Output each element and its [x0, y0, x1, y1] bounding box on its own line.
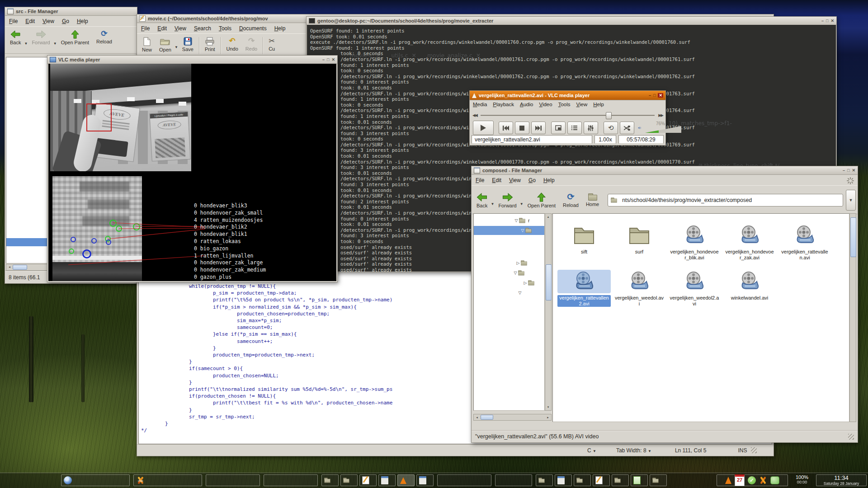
- tree-item[interactable]: ▷: [474, 258, 544, 267]
- menu-item[interactable]: Help: [593, 102, 604, 107]
- sidebar-scrollbar[interactable]: ▴ ▾: [545, 213, 552, 411]
- task-button-folder[interactable]: [340, 474, 358, 486]
- menu-item[interactable]: Help: [77, 18, 88, 24]
- task-button-chromium[interactable]: [61, 474, 130, 486]
- menu-item[interactable]: View: [576, 102, 588, 107]
- speaker-icon[interactable]: [638, 125, 642, 131]
- titlebar[interactable]: vergelijken_rattevallen2.avi - VLC media…: [470, 91, 665, 100]
- expander-open-icon[interactable]: ▽: [514, 218, 519, 223]
- menu-item[interactable]: Edit: [492, 177, 501, 183]
- files-scrollbar[interactable]: [849, 213, 856, 422]
- file-item[interactable]: vergelijken_weedol2.avi: [668, 270, 721, 307]
- menu-item[interactable]: Search: [194, 25, 211, 32]
- menu-item[interactable]: View: [175, 25, 186, 32]
- redo-button[interactable]: ↷ Redo: [242, 36, 260, 52]
- back-button[interactable]: Back: [7, 28, 24, 46]
- tree-item[interactable]: ▷: [474, 278, 544, 287]
- tray-calendar-icon[interactable]: 27: [735, 474, 745, 486]
- menu-item[interactable]: Tools: [558, 102, 571, 107]
- volume-slider[interactable]: 76%: [645, 122, 662, 134]
- home-button[interactable]: Home: [583, 192, 602, 208]
- task-button-window[interactable]: [555, 474, 572, 486]
- loop-button[interactable]: ⟲: [604, 122, 618, 134]
- print-button[interactable]: Print: [202, 36, 218, 53]
- task-button-folder[interactable]: [650, 474, 667, 486]
- task-button[interactable]: [206, 474, 260, 486]
- titlebar[interactable]: composed - File Manager –□✕: [472, 166, 858, 175]
- task-button[interactable]: [437, 474, 491, 486]
- expander-closed-icon[interactable]: ▷: [523, 281, 528, 285]
- scroll-up-arrow[interactable]: ▴: [545, 214, 551, 220]
- open-parent-button[interactable]: Open Parent: [524, 191, 559, 209]
- menu-item[interactable]: View: [42, 18, 54, 24]
- expander-open-icon[interactable]: ▽: [513, 271, 518, 275]
- video-display[interactable]: AVEVE Lijmvallen / Pièges à colle AVEVE: [48, 64, 336, 281]
- menu-item[interactable]: Documents: [239, 25, 267, 32]
- menu-item[interactable]: File: [9, 18, 18, 24]
- tree-item[interactable]: ▽: [474, 268, 544, 277]
- file-item[interactable]: vergelijken_weedol.avi: [613, 270, 666, 307]
- stop-button[interactable]: [515, 122, 529, 134]
- tab-width-selector[interactable]: Tab Width: 8 ▼: [616, 447, 651, 454]
- path-field[interactable]: nts/school/4de/thesis/prog/movie_extract…: [608, 194, 843, 206]
- tree-item[interactable]: ▽: [474, 288, 544, 297]
- scrollbar-thumb[interactable]: [850, 217, 856, 257]
- rewind-icon[interactable]: ◀◀: [472, 113, 477, 117]
- fast-forward-icon[interactable]: ▶▶: [658, 113, 663, 117]
- forward-button[interactable]: Forward: [28, 28, 53, 46]
- expander-open-icon[interactable]: ▽: [517, 291, 523, 295]
- menu-item[interactable]: Go: [528, 177, 536, 183]
- reload-button[interactable]: ⟳ Reload: [560, 191, 582, 209]
- seek-slider[interactable]: [481, 112, 655, 118]
- save-button[interactable]: Save: [179, 36, 197, 53]
- task-button-document[interactable]: [631, 474, 648, 486]
- task-button-window[interactable]: [378, 474, 396, 486]
- menu-item[interactable]: Help: [543, 177, 555, 183]
- back-dropdown[interactable]: ▼: [491, 202, 494, 206]
- clock[interactable]: 11:34 Saturday 28 January: [816, 474, 867, 486]
- file-item[interactable]: vergelijken_rattevallen.avi: [778, 224, 831, 261]
- menu-item[interactable]: File: [476, 177, 484, 183]
- menu-item[interactable]: File: [141, 25, 150, 32]
- open-parent-button[interactable]: Open Parent: [58, 28, 92, 46]
- task-button[interactable]: [495, 474, 532, 486]
- sidebar-horizontal-scrollbar[interactable]: ◂ ▸: [473, 414, 552, 421]
- seek-handle[interactable]: [606, 112, 612, 119]
- menu-item[interactable]: Edit: [157, 25, 167, 32]
- window-buttons[interactable]: –□✕: [821, 19, 834, 23]
- tray-checkmark-icon[interactable]: ✓: [748, 476, 756, 484]
- task-button-folder[interactable]: [612, 474, 629, 486]
- back-button[interactable]: Back: [473, 191, 491, 209]
- cut-button[interactable]: ✂ Cu: [265, 36, 278, 52]
- task-button-vlc-active[interactable]: [397, 474, 415, 486]
- task-button-gedit[interactable]: [593, 474, 610, 486]
- file-item-selected[interactable]: vergelijken_rattevallen2.avi: [557, 270, 611, 307]
- window-buttons[interactable]: –□✕: [649, 93, 663, 98]
- menu-item[interactable]: Help: [274, 25, 286, 32]
- menu-item[interactable]: Media: [473, 102, 487, 107]
- path-dropdown-button[interactable]: ▼: [846, 190, 856, 211]
- menu-item[interactable]: Tools: [219, 25, 231, 32]
- file-item[interactable]: sift: [557, 224, 611, 255]
- settings-button[interactable]: [584, 122, 598, 134]
- expander-closed-icon[interactable]: ▷: [515, 261, 521, 265]
- new-button[interactable]: New: [139, 36, 155, 53]
- menu-item[interactable]: Audio: [520, 102, 533, 107]
- language-selector[interactable]: C ▼: [587, 447, 596, 454]
- open-button[interactable]: Open: [156, 36, 175, 53]
- forward-button[interactable]: Forward: [495, 191, 519, 209]
- forward-dropdown[interactable]: ▼: [520, 202, 524, 206]
- file-item[interactable]: winkelwandel.avi: [723, 270, 776, 301]
- file-grid-pane[interactable]: sift surf vergelijken_hondevoer_blik.avi…: [552, 213, 849, 422]
- forward-dropdown[interactable]: ▼: [53, 42, 57, 46]
- tray-xchat-icon[interactable]: [759, 476, 767, 484]
- scrollbar-thumb[interactable]: [13, 265, 27, 270]
- file-item[interactable]: vergelijken_hondevoer_zak.avi: [723, 224, 776, 261]
- scroll-down-arrow[interactable]: ▾: [545, 404, 551, 410]
- playlist-button[interactable]: [567, 122, 582, 134]
- scroll-right-arrow[interactable]: ▸: [545, 415, 551, 420]
- playback-rate[interactable]: 1.00x: [594, 135, 616, 144]
- task-button-window[interactable]: [416, 474, 434, 486]
- task-button[interactable]: [264, 474, 318, 486]
- menu-item[interactable]: Edit: [25, 18, 35, 24]
